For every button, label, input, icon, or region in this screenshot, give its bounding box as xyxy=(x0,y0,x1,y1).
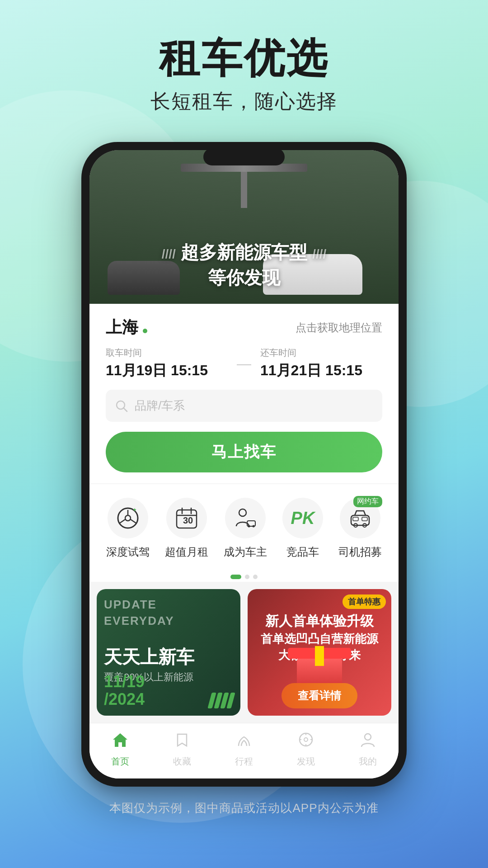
action-icon-become-owner xyxy=(225,498,266,538)
return-block: 还车时间 11月21日 15:15 xyxy=(260,347,382,381)
tab-discover[interactable]: 发现 xyxy=(275,731,337,768)
network-car-badge: 网约车 xyxy=(353,496,382,507)
svg-point-16 xyxy=(253,525,255,528)
svg-point-22 xyxy=(300,733,312,746)
action-icon-monthly: 30 xyxy=(166,498,207,538)
footer-disclaimer: 本图仅为示例，图中商品或活动以APP内公示为准 xyxy=(0,787,488,830)
pickup-label: 取车时间 xyxy=(106,347,228,359)
phone-notch xyxy=(203,148,285,165)
page-subtitle: 长短租车，随心选择 xyxy=(0,88,488,115)
promo-red-main: 新人首单体验升级 xyxy=(255,612,384,631)
action-icon-pk: PK xyxy=(282,498,323,538)
header-section: 租车优选 长短租车，随心选择 xyxy=(0,0,488,133)
home-icon xyxy=(111,731,129,753)
dot-2 xyxy=(245,575,249,579)
phone-mockup-container: //// 超多新能源车型 //// 等你发现 上海 xyxy=(0,142,488,787)
return-value[interactable]: 11月21日 15:15 xyxy=(260,361,382,381)
action-label-become-owner: 成为车主 xyxy=(224,545,267,559)
trips-icon xyxy=(235,731,253,753)
dot-1 xyxy=(230,575,241,579)
pickup-value[interactable]: 11月19日 15:15 xyxy=(106,361,228,381)
brand-placeholder: 品牌/车系 xyxy=(135,398,185,414)
svg-point-15 xyxy=(248,525,250,528)
svg-point-23 xyxy=(304,738,308,741)
deco-left: //// xyxy=(162,245,176,263)
svg-line-1 xyxy=(123,408,127,411)
action-icon-driver-recruit: 网约车 xyxy=(340,498,380,538)
datetime-row: 取车时间 11月19日 15:15 — 还车时间 11月21日 15:15 xyxy=(106,347,382,381)
tab-label-trips: 行程 xyxy=(235,755,253,768)
charging-station xyxy=(181,164,307,208)
pickup-block: 取车时间 11月19日 15:15 xyxy=(106,347,228,381)
location-row: 上海 点击获取地理位置 xyxy=(106,316,382,339)
search-icon xyxy=(115,399,128,413)
location-dot xyxy=(143,329,147,333)
page-title: 租车优选 xyxy=(0,36,488,81)
location-display: 上海 xyxy=(106,316,147,339)
hero-text-line1: //// 超多新能源车型 //// xyxy=(89,240,399,265)
tab-trips[interactable]: 行程 xyxy=(213,731,275,768)
tab-bar: 首页 收藏 xyxy=(89,723,399,778)
action-driver-recruit[interactable]: 网约车 司机招募 xyxy=(338,498,382,559)
svg-line-6 xyxy=(131,519,136,523)
hero-text-overlay: //// 超多新能源车型 //// 等你发现 xyxy=(89,240,399,290)
action-icon-deep-drive: ✦ xyxy=(108,498,148,538)
action-label-driver-recruit: 司机招募 xyxy=(338,545,382,559)
tab-label-discover: 发现 xyxy=(297,755,315,768)
tab-favorites[interactable]: 收藏 xyxy=(151,731,213,768)
profile-icon xyxy=(359,731,377,753)
svg-point-13 xyxy=(239,509,246,516)
find-car-button[interactable]: 马上找车 xyxy=(106,432,382,472)
action-deep-drive[interactable]: ✦ 深度试驾 xyxy=(106,498,150,559)
promo-badge: 首单特惠 xyxy=(343,594,386,609)
view-detail-btn[interactable]: 查看详情 xyxy=(282,683,357,708)
svg-line-5 xyxy=(120,519,125,523)
action-label-deep-drive: 深度试驾 xyxy=(106,545,150,559)
discover-icon xyxy=(297,731,315,753)
taxi-icon xyxy=(348,506,372,530)
return-label: 还车时间 xyxy=(260,347,382,359)
action-become-owner[interactable]: 成为车主 xyxy=(224,498,267,559)
svg-rect-21 xyxy=(362,517,367,521)
svg-point-3 xyxy=(125,515,131,521)
search-card: 上海 点击获取地理位置 取车时间 11月19日 15:15 — 还 xyxy=(89,304,399,483)
promo-date: 11/19/2024 xyxy=(104,673,145,708)
app-content: //// 超多新能源车型 //// 等你发现 上海 xyxy=(89,150,399,778)
station-pole xyxy=(241,172,247,208)
datetime-separator: — xyxy=(232,355,256,372)
tab-label-profile: 我的 xyxy=(359,755,377,768)
phone-screen: //// 超多新能源车型 //// 等你发现 上海 xyxy=(89,150,399,778)
location-name: 上海 xyxy=(106,318,138,336)
promo-card-new-user[interactable]: 首单特惠 新人首单体验升级 首单选凹凸自营新能源大额优惠等你来 查看详情 xyxy=(248,589,391,716)
svg-text:✦: ✦ xyxy=(132,507,137,513)
action-label-monthly: 超值月租 xyxy=(165,545,208,559)
gift-ribbon xyxy=(315,646,324,666)
footer-text: 本图仅为示例，图中商品或活动以APP内公示为准 xyxy=(18,800,470,816)
update-text: UPDATEEVERYDAY xyxy=(104,596,174,629)
brand-search-row[interactable]: 品牌/车系 xyxy=(106,390,382,422)
get-location-btn[interactable]: 点击获取地理位置 xyxy=(296,321,382,335)
tab-label-home: 首页 xyxy=(111,755,129,768)
hero-text-line2: 等你发现 xyxy=(89,265,399,290)
action-label-pk: 竞品车 xyxy=(286,545,319,559)
promo-card-daily-new[interactable]: UPDATEEVERYDAY 天天上新车 覆盖90%以上新能源 11/19/20… xyxy=(97,589,240,716)
quick-actions: ✦ 深度试驾 30 xyxy=(89,484,399,570)
favorites-icon xyxy=(173,731,191,753)
promo-section: UPDATEEVERYDAY 天天上新车 覆盖90%以上新能源 11/19/20… xyxy=(89,582,399,723)
svg-text:30: 30 xyxy=(183,515,193,525)
deco-right: //// xyxy=(312,245,326,263)
person-car-icon xyxy=(234,506,257,530)
action-monthly[interactable]: 30 超值月租 xyxy=(165,498,208,559)
tab-home[interactable]: 首页 xyxy=(89,731,151,768)
hero-banner: //// 超多新能源车型 //// 等你发现 xyxy=(89,150,399,304)
dot-3 xyxy=(253,575,258,579)
svg-point-28 xyxy=(365,734,371,740)
tab-label-favorites: 收藏 xyxy=(173,755,191,768)
dot-indicator xyxy=(89,570,399,582)
promo-main-title: 天天上新车 xyxy=(104,646,233,668)
phone-mockup: //// 超多新能源车型 //// 等你发现 上海 xyxy=(81,142,407,787)
pk-text: PK xyxy=(291,509,315,528)
tab-profile[interactable]: 我的 xyxy=(337,731,399,768)
calendar-icon: 30 xyxy=(175,506,198,530)
action-pk[interactable]: PK 竞品车 xyxy=(282,498,323,559)
